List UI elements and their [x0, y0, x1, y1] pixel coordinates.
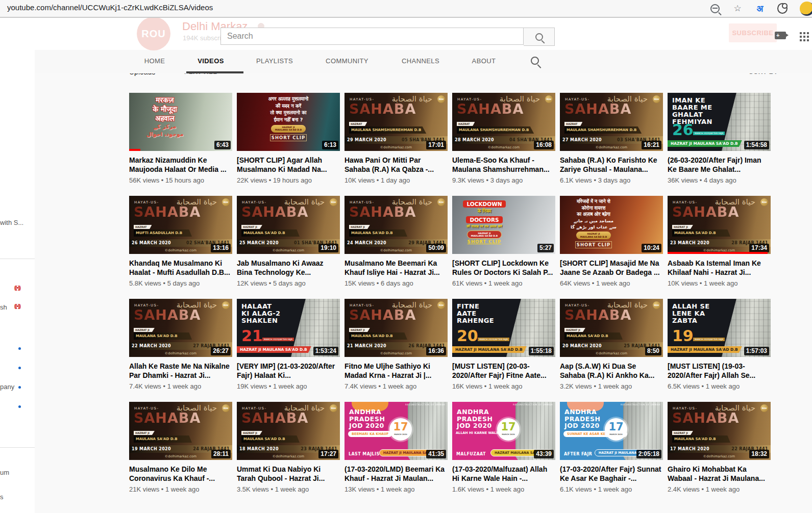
video-title[interactable]: Asbaab Ka Istemal Iman Ke Khilaaf Nahi -…	[668, 259, 771, 277]
video-title[interactable]: Hawa Pani Or Mitti Par Sahaba (R.A) Ka Q…	[345, 156, 448, 174]
video-views: 6.5K views	[668, 382, 700, 390]
duration-badge: 1:53:24	[313, 347, 338, 355]
video-card[interactable]: HAYAT-US-SAHABAحياة الصحابةROUHAZRAT JIM…	[668, 402, 771, 493]
browser-url-bar[interactable]: youtube.com/channel/UCCWuKj1-cZrKLwdKcBi…	[0, 0, 812, 18]
video-thumbnail[interactable]: HAYAT-US-SAHABAحياة الصحابةROUHAZRAT JIM…	[668, 196, 771, 254]
video-card[interactable]: HAYAT-US-SAHABAحياة الصحابةROUHAZRATMUFT…	[129, 196, 232, 287]
video-thumbnail[interactable]: HAYAT-US-SAHABAحياة الصحابةROUHAZRAT JIM…	[129, 402, 232, 460]
tab-about[interactable]: ABOUT	[472, 57, 496, 65]
video-card[interactable]: HALAATKI ALAG-2SHAKLEN21MARCH 2020/AFTER…	[237, 299, 340, 390]
video-card[interactable]: FITNEAATERAHENGE20MARCH 2020/AFTER FAJRH…	[452, 299, 555, 390]
video-title[interactable]: Jab Musalmano Ki Awaaz Bina Technology K…	[237, 259, 340, 277]
video-thumbnail[interactable]: LOCKDOWNके नियमDOCTORSकी सलाह पर सब अमल …	[452, 196, 555, 254]
video-title[interactable]: (17-03-2020/Malfuzaat) Allah Hi Karne Wa…	[452, 465, 555, 483]
video-title[interactable]: [SHORT CLIP] Agar Allah Musalmano Ki Mad…	[237, 156, 340, 174]
extension-icon[interactable]	[777, 4, 788, 14]
video-title[interactable]: [SHORT CLIP] Masajid Me Na Jaane Se Azaa…	[560, 259, 663, 277]
video-card[interactable]: HAYAT-US-SAHABAحياة الصحابةROUHAZRAT JIM…	[129, 299, 232, 390]
video-thumbnail[interactable]: RECONSTRUCTION OF UMMAHANDHRAPRADESHJOD …	[560, 402, 663, 460]
thumbnail-title: FITNEAATERAHENGE	[457, 303, 494, 324]
video-thumbnail[interactable]: HAYAT-US-SAHABAحياة الصحابةROUHAZRATMAUL…	[560, 93, 663, 151]
video-card[interactable]: अगर अल्लाह मुसलमानोकी मदद न करेंतो क्या …	[237, 93, 340, 184]
video-title[interactable]: Musalmano Me Beemari Ka Khauf Isliye Hai…	[345, 259, 448, 277]
video-card[interactable]: RECONSTRUCTION OF UMMAHANDHRAPRADESHJOD …	[452, 402, 555, 493]
video-title[interactable]: (26-03-2020/After Fajr) Iman Ke Baare Me…	[668, 156, 771, 174]
video-card[interactable]: LOCKDOWNके नियमDOCTORSकी सलाह पर सब अमल …	[452, 196, 555, 287]
video-card[interactable]: HAYAT-US-SAHABAحياة الصحابةROUHAZRAT JIM…	[237, 196, 340, 287]
speaker-name: MAULANA SA'AD D.B	[349, 229, 407, 237]
video-title[interactable]: (17-03-2020/After Fajr) Sunnat Ke Asar K…	[560, 465, 663, 483]
tab-home[interactable]: HOME	[144, 57, 165, 65]
video-thumbnail[interactable]: FITNEAATERAHENGE20MARCH 2020/AFTER FAJRH…	[452, 299, 555, 357]
video-title[interactable]: [SHORT CLIP] Lockdown Ke Rules Or Doctor…	[452, 259, 555, 277]
video-card[interactable]: HAYAT-US-SAHABAحياة الصحابةROUHAZRATMAUL…	[345, 93, 448, 184]
video-title[interactable]: [VERY IMP] (21-03-2020/After Fajr) Halaa…	[237, 362, 340, 380]
video-thumbnail[interactable]: अगर अल्लाह मुसलमानोकी मदद न करेंतो क्या …	[237, 93, 340, 151]
hindi-line: तो क्या मुसलमानो का	[239, 109, 337, 116]
search-icon	[535, 33, 543, 41]
video-card[interactable]: RECONSTRUCTION OF UMMAHANDHRAPRADESHJOD …	[560, 402, 663, 493]
video-card[interactable]: HAYAT-US-SAHABAحياة الصحابةROUHAZRAT JIM…	[668, 196, 771, 287]
video-title[interactable]: Sahaba (R.A) Ko Farishto Ke Zariye Ghusa…	[560, 156, 663, 174]
channel-avatar[interactable]: ROU	[137, 17, 170, 50]
zoom-out-icon[interactable]	[710, 4, 720, 14]
video-title[interactable]: Khandaq Me Musalmano Ki Haalat - Mufti A…	[129, 259, 232, 277]
video-thumbnail[interactable]: मरकज़के मौजूदाअहवालمرکز کےموجودہ احوال6:…	[129, 93, 232, 151]
video-thumbnail[interactable]: HAYAT-US-SAHABAحياة الصحابةROUHAZRAT JIM…	[560, 299, 663, 357]
search-input[interactable]	[220, 28, 524, 45]
video-title[interactable]: Markaz Nizamuddin Ke Maujooda Halaat Or …	[129, 156, 232, 174]
create-video-icon[interactable]	[775, 32, 786, 39]
video-card[interactable]: HAYAT-US-SAHABAحياة الصحابةROUHAZRAT JIM…	[237, 402, 340, 493]
video-thumbnail[interactable]: HAYAT-US-SAHABAحياة الصحابةROUHAZRAT JIM…	[345, 196, 448, 254]
video-card[interactable]: ALLAH SELENE KAZABTA19MARCH 2020/AFTER F…	[668, 299, 771, 390]
video-thumbnail[interactable]: HAYAT-US-SAHABAحياة الصحابةROUHAZRAT JIM…	[237, 402, 340, 460]
bookmark-star-icon[interactable]: ☆	[732, 4, 743, 14]
channel-search-icon[interactable]	[531, 57, 539, 67]
url-text[interactable]: youtube.com/channel/UCCWuKj1-cZrKLwdKcBi…	[7, 3, 213, 12]
video-thumbnail[interactable]: मस्जिदों में न जाने सेकोरोना वायरसका अज़…	[560, 196, 663, 254]
channel-logo-badge: ROU	[330, 404, 337, 412]
video-thumbnail[interactable]: HAYAT-US-SAHABAحياة الصحابةROUHAZRATMAUL…	[345, 93, 448, 151]
apps-grid-icon[interactable]	[800, 32, 809, 41]
video-title[interactable]: Allah Ke Raste Me Na Nikalne Par Dhamki …	[129, 362, 232, 380]
profile-avatar[interactable]	[800, 2, 812, 16]
video-card[interactable]: RECONSTRUCTION OF UMMAHANDHRAPRADESHJOD …	[345, 402, 448, 493]
video-card[interactable]: मरकज़के मौजूदाअहवालمرکز کےموجودہ احوال6:…	[129, 93, 232, 184]
video-thumbnail[interactable]: HAYAT-US-SAHABAحياة الصحابةROUHAZRAT JIM…	[237, 196, 340, 254]
video-thumbnail[interactable]: HAYAT-US-SAHABAحياة الصحابةROUHAZRAT JIM…	[345, 299, 448, 357]
video-card[interactable]: HAYAT-US-SAHABAحياة الصحابةROUHAZRAT JIM…	[560, 299, 663, 390]
video-thumbnail[interactable]: RECONSTRUCTION OF UMMAHANDHRAPRADESHJOD …	[452, 402, 555, 460]
tab-videos[interactable]: VIDEOS	[198, 57, 224, 65]
tab-community[interactable]: COMMUNITY	[326, 57, 368, 65]
video-thumbnail[interactable]: HAYAT-US-SAHABAحياة الصحابةROUHAZRAT JIM…	[668, 402, 771, 460]
subscribe-button[interactable]: SUBSCRIBE	[729, 23, 777, 42]
video-title[interactable]: Musalmano Ke Dilo Me Coronavirus Ka Khau…	[129, 465, 232, 483]
video-title[interactable]: Aap (S.A.W) Ki Dua Se Sahaba (R.A) Ki An…	[560, 362, 663, 380]
video-card[interactable]: HAYAT-US-SAHABAحياة الصحابةROUHAZRATMAUL…	[452, 93, 555, 184]
video-title[interactable]: [MUST LISTEN] (19-03-2020/After Fajr) Al…	[668, 362, 771, 380]
video-thumbnail[interactable]: HAYAT-US-SAHABAحياة الصحابةROUHAZRAT JIM…	[129, 299, 232, 357]
video-title[interactable]: Ummat Ki Dua Nabiyo Ki Tarah Qubool - Ha…	[237, 465, 340, 483]
video-card[interactable]: HAYAT-US-SAHABAحياة الصحابةROUHAZRAT JIM…	[129, 402, 232, 493]
video-title[interactable]: (17-03-2020/LMD) Beemari Ka Khauf - Hazr…	[345, 465, 448, 483]
video-title[interactable]: Fitno Me Uljhe Sathiyo Ki Madad Krna - H…	[345, 362, 448, 380]
tab-playlists[interactable]: PLAYLISTS	[256, 57, 293, 65]
video-card[interactable]: मस्जिदों में न जाने सेकोरोना वायरसका अज़…	[560, 196, 663, 287]
video-title[interactable]: [MUST LISTEN] (20-03-2020/After Fajr) Fi…	[452, 362, 555, 380]
video-title[interactable]: Ulema-E-Soo Ka Khauf - Maulana Shamshurr…	[452, 156, 555, 174]
tab-channels[interactable]: CHANNELS	[402, 57, 439, 65]
video-thumbnail[interactable]: HAYAT-US-SAHABAحياة الصحابةROUHAZRATMUFT…	[129, 196, 232, 254]
video-card[interactable]: HAYAT-US-SAHABAحياة الصحابةROUHAZRATMAUL…	[560, 93, 663, 184]
video-thumbnail[interactable]: HALAATKI ALAG-2SHAKLEN21MARCH 2020/AFTER…	[237, 299, 340, 357]
video-thumbnail[interactable]: IMAN KEBAARE MEGHALATFEHMIYAN26MARCH 202…	[668, 93, 771, 151]
video-thumbnail[interactable]: ALLAH SELENE KAZABTA19MARCH 2020/AFTER F…	[668, 299, 771, 357]
video-thumbnail[interactable]: HAYAT-US-SAHABAحياة الصحابةROUHAZRATMAUL…	[452, 93, 555, 151]
video-card[interactable]: IMAN KEBAARE MEGHALATFEHMIYAN26MARCH 202…	[668, 93, 771, 184]
video-card[interactable]: HAYAT-US-SAHABAحياة الصحابةROUHAZRAT JIM…	[345, 196, 448, 287]
search-button[interactable]	[524, 28, 555, 46]
video-card[interactable]: HAYAT-US-SAHABAحياة الصحابةROUHAZRAT JIM…	[345, 299, 448, 390]
video-title[interactable]: Ghairo Ki Mohabbat Ka Wabaal - Hazrat Ji…	[668, 465, 771, 483]
video-age: 1 week ago	[167, 382, 202, 390]
translate-icon[interactable]: अ	[755, 4, 765, 14]
video-thumbnail[interactable]: RECONSTRUCTION OF UMMAHANDHRAPRADESHJOD …	[345, 402, 448, 460]
